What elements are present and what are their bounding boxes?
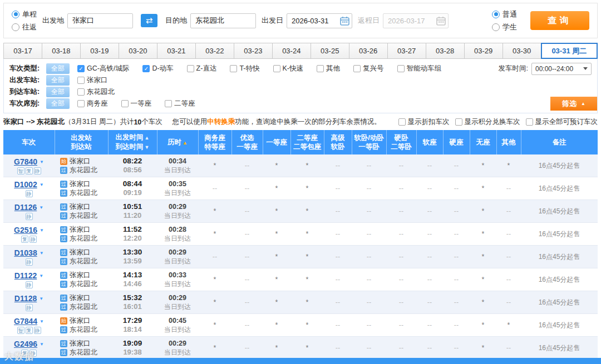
filter-option[interactable]: 商务座 [77,99,108,108]
checkbox-icon[interactable] [230,65,237,72]
filter-option[interactable]: ✓D-动车 [142,64,173,73]
train-feature-badge: 静 [26,304,33,311]
filter-all-tag[interactable]: 全部 [46,98,70,109]
date-tab-03-23[interactable]: 03-23 [234,43,273,59]
date-tab-03-26[interactable]: 03-26 [349,43,388,59]
checkbox-icon[interactable] [526,118,533,126]
column-header[interactable]: 出发时间▲到达时间▼ [108,130,157,154]
train-number-link[interactable]: D1122 [14,271,37,280]
date-tab-03-20[interactable]: 03-20 [119,43,157,59]
filter-all-tag[interactable]: 全部 [46,87,70,97]
filter-all-tag[interactable]: 全部 [46,63,70,74]
seat-availability: -- [198,177,231,200]
date-tab-03-31 周二[interactable]: 03-31 周二 [541,43,598,59]
train-number-link[interactable]: G2516 [14,226,37,235]
column-header[interactable]: 历时▲ [157,130,198,154]
arrive-day: 当日到达 [157,166,198,174]
date-tab-03-18[interactable]: 03-18 [42,43,81,59]
train-number-link[interactable]: G7840 [14,157,37,166]
checkbox-icon[interactable] [187,65,194,72]
date-tab-03-25[interactable]: 03-25 [311,43,349,59]
train-row: D1128▼静过张家口过东花园北15:3216:0100:29当日到达*--**… [3,291,598,314]
seat-availability: * [470,314,496,337]
checkbox-icon[interactable] [165,100,172,107]
checkbox-icon[interactable] [77,100,85,107]
date-tab-03-22[interactable]: 03-22 [195,43,234,59]
seat-availability: -- [416,200,443,223]
filter-option[interactable]: 东花园北 [77,87,115,97]
checkbox-icon[interactable] [121,100,129,107]
train-number-link[interactable]: D1038 [14,248,37,257]
seat-availability: -- [324,154,352,177]
checkbox-icon[interactable] [77,88,85,96]
date-tab-03-27[interactable]: 03-27 [387,43,426,59]
date-tab-03-19[interactable]: 03-19 [80,43,119,59]
from-station-input[interactable] [67,13,133,28]
checkbox-icon[interactable] [317,65,324,72]
summary-checkbox-1[interactable]: 显示折扣车次 [398,117,450,127]
checkbox-icon[interactable]: ✓ [142,65,150,72]
swap-stations-button[interactable]: ⇄ [141,14,157,27]
filter-option[interactable]: 复兴号 [353,64,384,73]
filter-option[interactable]: ✓GC-高铁/城际 [77,64,129,73]
filter-toggle-button[interactable]: 筛选 ▲ [550,97,597,111]
chevron-down-icon[interactable]: ▼ [40,251,44,256]
seat-availability: * [470,177,496,200]
checkbox-icon[interactable] [77,77,85,84]
summary-suffix: 个车次 [141,117,162,127]
filter-option[interactable]: 智能动车组 [397,64,442,73]
filter-option[interactable]: T-特快 [230,64,259,73]
chevron-down-icon[interactable]: ▼ [39,296,43,301]
date-tab-03-30[interactable]: 03-30 [503,43,541,59]
train-table: 车次出发站到达站出发时间▲到达时间▼历时▲商务座特等座优选一等座一等座二等座二等… [3,130,598,364]
checkbox-icon[interactable] [273,65,280,72]
date-tab-03-28[interactable]: 03-28 [426,43,465,59]
chevron-down-icon[interactable]: ▼ [40,342,44,347]
checkbox-icon[interactable] [455,118,462,126]
checkbox-icon[interactable] [398,118,406,126]
date-tab-03-17[interactable]: 03-17 [3,43,42,59]
train-number-link[interactable]: D1002 [14,180,37,189]
summary-checkbox-2[interactable]: 显示积分兑换车次 [455,117,520,127]
sort-arrow-icon[interactable]: ▲ [183,140,188,146]
filter-option[interactable]: 张家口 [77,76,108,85]
filter-option[interactable]: 二等座 [165,99,195,108]
chevron-down-icon[interactable]: ▼ [40,228,44,233]
trip-round-trip-radio[interactable]: 往返 [12,22,37,32]
passenger-normal-radio[interactable]: 普通 [492,9,517,19]
train-number-link[interactable]: D1128 [14,294,37,303]
trip-one-way-radio[interactable]: 单程 [12,9,37,19]
chevron-down-icon[interactable]: ▼ [40,319,44,324]
train-number-link[interactable]: G2496 [14,340,37,348]
pass-station-icon: 过 [60,181,67,188]
date-tab-03-21[interactable]: 03-21 [157,43,196,59]
radio-icon [492,23,500,31]
passenger-student-radio[interactable]: 学生 [492,22,517,32]
return-date-label: 返程日 [358,16,380,26]
to-station-input[interactable] [190,13,256,28]
summary-checkbox-3[interactable]: 显示全部可预订车次 [526,117,598,127]
chevron-down-icon[interactable]: ▼ [39,273,43,278]
chevron-down-icon[interactable]: ▼ [39,205,43,210]
filter-option[interactable]: 一等座 [121,99,152,108]
search-button[interactable]: 查询 [530,11,589,30]
chevron-down-icon[interactable]: ▼ [40,182,44,187]
sort-arrow-icon[interactable]: ▲ [145,135,150,141]
pass-station-icon: 过 [60,226,67,233]
chevron-down-icon [583,67,588,70]
filter-option[interactable]: 其他 [317,64,340,73]
filter-all-tag[interactable]: 全部 [46,75,70,86]
checkbox-icon[interactable] [353,65,361,72]
depart-time-select[interactable]: 00:00--24:00 [531,63,592,75]
date-tab-03-24[interactable]: 03-24 [272,43,311,59]
checkbox-icon[interactable] [397,65,405,72]
transfer-link[interactable]: 中转换乘 [207,118,235,126]
filter-option[interactable]: Z-直达 [187,64,217,73]
train-number-link[interactable]: D1126 [14,203,37,212]
train-number-link[interactable]: G7844 [14,317,37,326]
checkbox-icon[interactable]: ✓ [77,65,85,72]
filter-option[interactable]: K-快速 [273,64,304,73]
chevron-down-icon[interactable]: ▼ [40,159,44,164]
sort-arrow-icon[interactable]: ▼ [145,144,150,150]
date-tab-03-29[interactable]: 03-29 [464,43,503,59]
